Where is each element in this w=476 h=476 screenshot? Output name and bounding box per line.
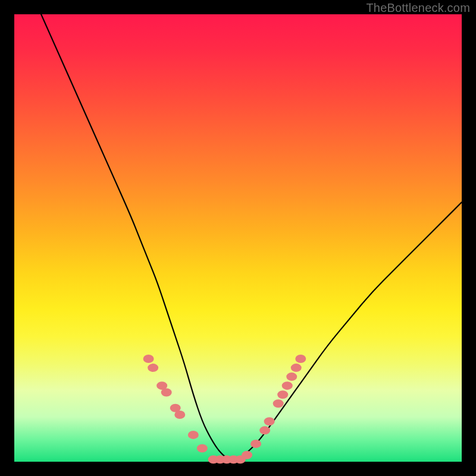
marker-dot — [174, 411, 185, 419]
marker-dot — [188, 431, 199, 439]
marker-dot — [143, 355, 154, 363]
watermark-text: TheBottleneck.com — [366, 1, 470, 15]
marker-dot — [295, 355, 306, 363]
marker-dot — [264, 417, 275, 425]
marker-dot — [259, 426, 270, 434]
marker-dot — [242, 451, 252, 459]
bottleneck-curve — [41, 14, 462, 459]
marker-dot — [250, 440, 261, 448]
marker-dot — [197, 444, 208, 452]
marker-dot — [282, 381, 293, 390]
marker-dot — [277, 390, 288, 399]
marker-dot — [273, 399, 284, 408]
curve-layer — [14, 14, 462, 462]
marker-dot — [148, 364, 158, 372]
chart-frame: TheBottleneck.com — [0, 0, 476, 476]
marker-dot — [286, 372, 297, 381]
marker-dot — [291, 364, 302, 372]
marker-dot — [161, 388, 172, 396]
